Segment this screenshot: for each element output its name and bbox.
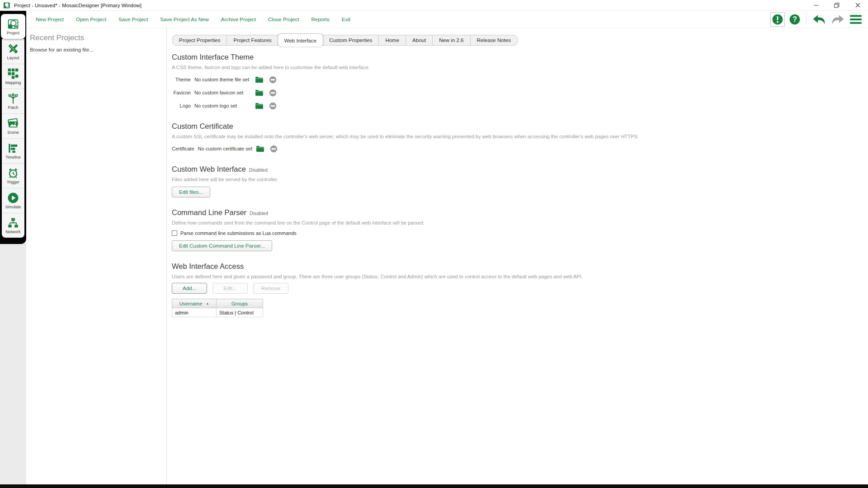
groups-cell: Status | Control bbox=[217, 308, 263, 317]
add-user-button[interactable]: Add... bbox=[172, 283, 207, 294]
tab-new-in-26[interactable]: New in 2.6 bbox=[432, 35, 470, 45]
menu-save-project-as-new[interactable]: Save Project As New bbox=[160, 17, 208, 22]
trigger-icon bbox=[7, 167, 19, 179]
tab-web-interface[interactable]: Web Interface bbox=[278, 33, 323, 47]
tab-home[interactable]: Home bbox=[378, 35, 406, 45]
close-button[interactable] bbox=[847, 0, 868, 10]
section-desc: A CSS theme, favicon and logo can be add… bbox=[172, 65, 868, 70]
sidebar-item-label: Network bbox=[5, 230, 20, 234]
tab-about[interactable]: About bbox=[406, 35, 432, 45]
field-value: No custom certificate set bbox=[198, 146, 256, 151]
scene-icon bbox=[7, 117, 19, 129]
field-label: Certificate bbox=[172, 146, 194, 151]
tab-release-notes[interactable]: Release Notes bbox=[470, 35, 517, 45]
table-row[interactable]: admin Status | Control bbox=[172, 308, 263, 317]
browse-favicon-button[interactable] bbox=[255, 89, 264, 97]
sidebar-item-label: Scene bbox=[7, 130, 19, 135]
field-value: No custom favicon set bbox=[194, 90, 255, 95]
sidebar-item-mapping[interactable]: Mapping bbox=[2, 64, 24, 89]
window-title: Project - Unsaved* - MosaicDesigner [Pri… bbox=[14, 3, 142, 8]
sidebar-item-label: Project bbox=[7, 31, 19, 35]
browse-logo-button[interactable] bbox=[255, 102, 264, 110]
sidebar-item-project[interactable]: Project bbox=[1, 14, 25, 39]
tab-bar: Project Properties Project Features Web … bbox=[172, 35, 518, 46]
clear-certificate-button[interactable] bbox=[269, 145, 278, 153]
tab-project-properties[interactable]: Project Properties bbox=[173, 35, 226, 45]
menu-reports[interactable]: Reports bbox=[311, 17, 329, 22]
recent-projects-panel: Recent Projects Browse for an existing f… bbox=[26, 28, 166, 484]
sidebar-item-label: Timeline bbox=[5, 155, 21, 160]
folder-icon bbox=[255, 103, 264, 109]
column-header-label: Groups bbox=[231, 301, 248, 306]
redo-icon bbox=[831, 14, 846, 26]
section-title-web-interface-access: Web Interface Access bbox=[172, 262, 244, 271]
favicon-row: Favicon No custom favicon set bbox=[172, 87, 868, 98]
sidebar-item-timeline[interactable]: Timeline bbox=[2, 138, 24, 163]
browse-certificate-button[interactable] bbox=[256, 145, 265, 153]
status-label: Disabled bbox=[249, 167, 268, 173]
minimize-icon bbox=[814, 3, 819, 8]
menu-new-project[interactable]: New Project bbox=[36, 17, 64, 22]
groups-column-header[interactable]: Groups bbox=[217, 299, 263, 308]
main-menu-button[interactable] bbox=[850, 14, 862, 24]
tab-custom-properties[interactable]: Custom Properties bbox=[323, 35, 378, 45]
minus-circle-icon bbox=[269, 89, 277, 97]
sidebar-item-layout[interactable]: Layout bbox=[2, 39, 24, 64]
sidebar-item-network[interactable]: Network bbox=[2, 213, 24, 238]
menu-close-project[interactable]: Close Project bbox=[268, 17, 299, 22]
help-icon: ? bbox=[789, 14, 801, 25]
certificate-row: Certificate No custom certificate set bbox=[172, 143, 868, 154]
edit-custom-command-line-parser-button[interactable]: Edit Custom Command Line Parser... bbox=[172, 240, 272, 251]
sidebar-item-trigger[interactable]: Trigger bbox=[2, 163, 24, 188]
mapping-icon bbox=[7, 68, 19, 80]
sidebar-item-scene[interactable]: Scene bbox=[2, 113, 24, 138]
alert-icon bbox=[772, 14, 783, 25]
sort-ascending-icon: ▲ bbox=[206, 302, 209, 305]
clear-favicon-button[interactable] bbox=[268, 89, 277, 97]
browse-theme-button[interactable] bbox=[255, 75, 264, 84]
help-button[interactable]: ? bbox=[789, 14, 801, 25]
edit-files-button[interactable]: Edit files... bbox=[172, 187, 210, 197]
sidebar-item-label: Trigger bbox=[7, 180, 19, 184]
browse-existing-file-link[interactable]: Browse for an existing file... bbox=[30, 47, 166, 52]
section-title-custom-web-interface: Custom Web Interface bbox=[172, 165, 246, 174]
tab-project-features[interactable]: Project Features bbox=[226, 35, 278, 45]
app-logo-icon bbox=[3, 2, 10, 9]
alert-button[interactable] bbox=[770, 12, 785, 27]
logo-row: Logo No custom logo set bbox=[172, 100, 868, 111]
project-icon bbox=[7, 18, 19, 30]
sidebar-item-patch[interactable]: Patch bbox=[2, 89, 24, 113]
remove-user-button[interactable]: Remove bbox=[253, 283, 288, 294]
menu-open-project[interactable]: Open Project bbox=[76, 17, 106, 22]
restore-button[interactable] bbox=[826, 0, 847, 10]
layout-icon bbox=[7, 43, 19, 55]
lua-commands-checkbox[interactable] bbox=[172, 230, 177, 236]
section-title-custom-certificate: Custom Certificate bbox=[172, 122, 233, 131]
sidebar-item-label: Simulate bbox=[5, 205, 21, 209]
menu-bar: New Project Open Project Save Project Sa… bbox=[0, 11, 868, 28]
clear-theme-button[interactable] bbox=[268, 75, 277, 84]
menu-archive-project[interactable]: Archive Project bbox=[221, 17, 256, 22]
menu-save-project[interactable]: Save Project bbox=[118, 17, 148, 22]
patch-icon bbox=[7, 93, 19, 104]
edit-user-button[interactable]: Edit... bbox=[212, 283, 248, 294]
clear-logo-button[interactable] bbox=[268, 102, 277, 110]
title-bar: Project - Unsaved* - MosaicDesigner [Pri… bbox=[0, 0, 868, 11]
toolbar: ? bbox=[770, 12, 862, 27]
users-table: Username ▲ Groups admin Status | Control bbox=[172, 299, 263, 317]
field-label: Favicon bbox=[172, 90, 191, 95]
undo-button[interactable] bbox=[812, 14, 827, 26]
simulate-icon bbox=[7, 192, 19, 204]
minimize-button[interactable] bbox=[806, 0, 826, 10]
status-label: Disabled bbox=[250, 211, 268, 216]
section-desc: Users are defined here and given a passw… bbox=[172, 274, 868, 279]
redo-button[interactable] bbox=[831, 14, 846, 26]
sidebar-item-simulate[interactable]: Simulate bbox=[2, 188, 24, 213]
recent-projects-title: Recent Projects bbox=[30, 33, 166, 42]
timeline-icon bbox=[7, 142, 19, 154]
field-value: No custom theme file set bbox=[194, 77, 255, 82]
undo-icon bbox=[812, 14, 827, 26]
minus-circle-icon bbox=[270, 145, 278, 153]
username-column-header[interactable]: Username ▲ bbox=[172, 299, 217, 308]
menu-exit[interactable]: Exit bbox=[342, 17, 350, 22]
